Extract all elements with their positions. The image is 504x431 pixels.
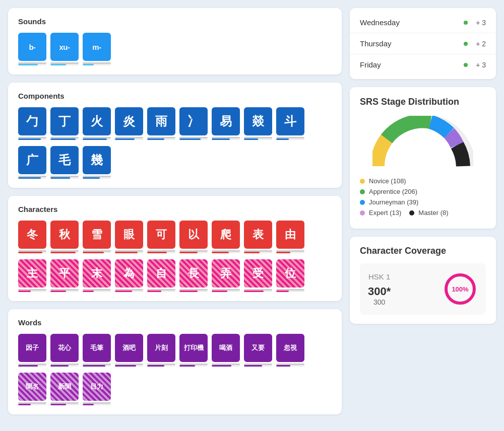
tile-bar-fill — [147, 365, 164, 367]
tile-wrapper[interactable]: 广 — [18, 146, 46, 179]
tile-progress-bar — [83, 177, 111, 179]
tile-wrapper[interactable]: 由 — [276, 221, 304, 253]
tile: 雨 — [147, 107, 175, 135]
components-row1: 勹丁火炎雨冫易燚斗 — [18, 107, 332, 140]
tile-wrapper[interactable]: 受 — [244, 259, 272, 292]
tile: 主 — [18, 259, 46, 288]
tile-progress-bar — [83, 252, 111, 253]
tile-progress-bar — [276, 138, 304, 140]
tile-progress-bar — [179, 365, 208, 367]
coverage-circle: 100% — [443, 271, 478, 307]
tile-progress-bar — [50, 291, 79, 292]
tile-progress-bar — [18, 177, 46, 179]
tile-wrapper[interactable]: b- — [18, 33, 46, 65]
tile: m- — [83, 33, 111, 61]
tile: 位 — [276, 259, 304, 288]
tile: 花心 — [50, 334, 79, 362]
legend-label: Expert (13) — [369, 209, 401, 217]
tile-wrapper[interactable]: 酒吧 — [115, 334, 143, 367]
tile-wrapper[interactable]: 喝酒 — [212, 334, 240, 367]
tile-wrapper[interactable]: 聞名 — [18, 373, 46, 405]
tile-progress-bar — [244, 252, 272, 253]
tile-wrapper[interactable]: 幾 — [83, 146, 111, 179]
tile-wrapper[interactable]: 主 — [18, 259, 46, 292]
tile-wrapper[interactable]: 平 — [50, 259, 79, 292]
tile-wrapper[interactable]: 燚 — [244, 107, 272, 140]
tile: 打印機 — [179, 334, 208, 362]
tile-bar-fill — [244, 138, 258, 140]
day-count: + 2 — [472, 40, 486, 48]
tile: 幾 — [83, 146, 111, 174]
tile-wrapper[interactable]: 毛 — [50, 146, 79, 179]
tile-wrapper[interactable]: 爬 — [212, 221, 240, 253]
tile-wrapper[interactable]: 可 — [147, 221, 175, 253]
tile-wrapper[interactable]: 自 — [147, 259, 175, 292]
tile-wrapper[interactable]: 為 — [115, 259, 143, 292]
tile-wrapper[interactable]: 目力 — [83, 373, 111, 405]
tile-progress-bar — [179, 252, 208, 253]
tile-progress-bar — [147, 138, 175, 140]
words-card: Words 因子花心毛筆酒吧片刻打印機喝酒又要忽視 聞名新聞目力 — [8, 309, 342, 414]
tile-wrapper[interactable]: 秋 — [50, 221, 79, 253]
tile-wrapper[interactable]: 花心 — [50, 334, 79, 367]
tile-progress-bar — [179, 138, 208, 140]
tile-wrapper[interactable]: 長 — [179, 259, 208, 292]
tile-bar-fill — [147, 252, 167, 253]
tile-wrapper[interactable]: 因子 — [18, 334, 46, 367]
tile-wrapper[interactable]: 弄 — [212, 259, 240, 292]
tile-bar-fill — [212, 138, 230, 140]
tile-bar-fill — [83, 404, 94, 405]
tile-wrapper[interactable]: 毛筆 — [83, 334, 111, 367]
tile-wrapper[interactable]: 位 — [276, 259, 304, 292]
tile-wrapper[interactable]: 末 — [83, 259, 111, 292]
tile-wrapper[interactable]: 易 — [212, 107, 240, 140]
tile-wrapper[interactable]: 火 — [83, 107, 111, 140]
tile-wrapper[interactable]: 片刻 — [147, 334, 175, 367]
components-card: Components 勹丁火炎雨冫易燚斗 广毛幾 — [8, 83, 342, 188]
legend-label: Novice (108) — [369, 177, 406, 185]
tile-bar-fill — [83, 365, 105, 367]
tile-wrapper[interactable]: 又要 — [244, 334, 272, 367]
right-column: Wednesday+ 3Thursday+ 2Friday+ 3 SRS Sta… — [350, 8, 496, 423]
tile-wrapper[interactable]: 新聞 — [50, 373, 79, 405]
tile-progress-bar — [212, 365, 240, 367]
sounds-title: Sounds — [18, 17, 332, 26]
tile-bar-fill — [212, 252, 229, 253]
tile-wrapper[interactable]: 勹 — [18, 107, 46, 140]
tile-bar-fill — [115, 252, 138, 253]
tile-wrapper[interactable]: m- — [83, 33, 111, 65]
tile-wrapper[interactable]: 斗 — [276, 107, 304, 140]
tile-wrapper[interactable]: 打印機 — [179, 334, 208, 367]
legend-dot-icon — [360, 189, 365, 194]
tile: 冬 — [18, 221, 46, 249]
day-dot-icon — [464, 42, 468, 46]
tile: 片刻 — [147, 334, 175, 362]
tile-wrapper[interactable]: 雪 — [83, 221, 111, 253]
tile-wrapper[interactable]: 以 — [179, 221, 208, 253]
tile-bar-fill — [147, 291, 161, 292]
tile-bar-fill — [179, 291, 198, 292]
tile: 广 — [18, 146, 46, 174]
tile-bar-fill — [276, 365, 290, 367]
tile-progress-bar — [115, 138, 143, 140]
tile-progress-bar — [147, 252, 175, 253]
day-row: Thursday+ 2 — [350, 33, 496, 54]
days-card: Wednesday+ 3Thursday+ 2Friday+ 3 — [350, 8, 496, 79]
tile-bar-fill — [244, 252, 260, 253]
components-title: Components — [18, 92, 332, 100]
tile-wrapper[interactable]: xu- — [50, 33, 79, 65]
legend-label: Master (8) — [418, 209, 448, 217]
tile-wrapper[interactable]: 炎 — [115, 107, 143, 140]
tile-bar-fill — [244, 291, 264, 292]
tile-wrapper[interactable]: 冬 — [18, 221, 46, 253]
tile-wrapper[interactable]: 忽視 — [276, 334, 304, 367]
tile-wrapper[interactable]: 冫 — [179, 107, 208, 140]
tile-wrapper[interactable]: 雨 — [147, 107, 175, 140]
legend-item: Journeyman (39) — [360, 198, 486, 206]
tile-wrapper[interactable]: 表 — [244, 221, 272, 253]
tile-wrapper[interactable]: 眼 — [115, 221, 143, 253]
tile-progress-bar — [147, 291, 175, 292]
tile-wrapper[interactable]: 丁 — [50, 107, 79, 140]
tile: 喝酒 — [212, 334, 240, 362]
tile-progress-bar — [83, 138, 111, 140]
